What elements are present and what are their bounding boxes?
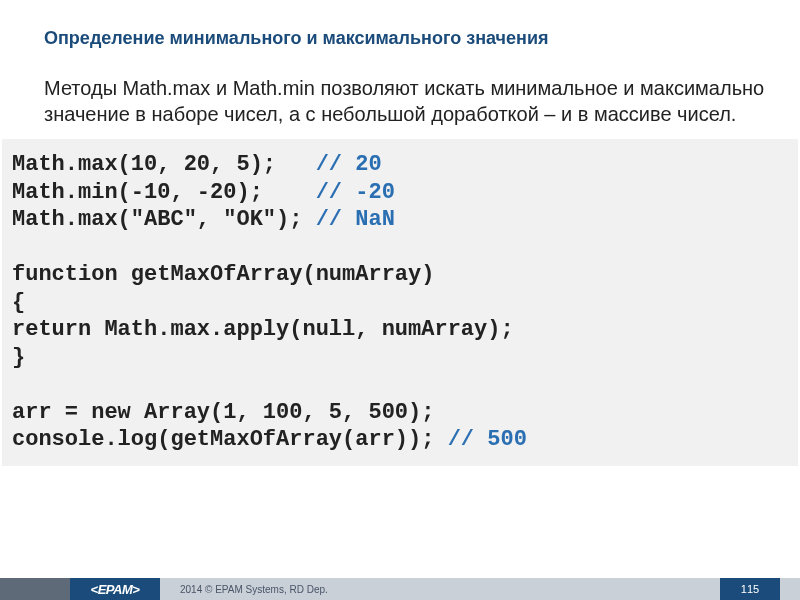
footer: <EPAM> 2014 © EPAM Systems, RD Dep. 115 [0,578,800,600]
slide-description: Методы Math.max и Math.min позволяют иск… [0,75,800,127]
code-line [12,371,788,399]
code-line: } [12,344,788,372]
code-comment: // 500 [448,427,527,452]
code-line: Math.max(10, 20, 5); // 20 [12,151,788,179]
code-comment: // -20 [316,180,395,205]
footer-accent [0,578,70,600]
footer-logo: <EPAM> [70,578,160,600]
code-line: console.log(getMaxOfArray(arr)); // 500 [12,426,788,454]
footer-page-number: 115 [720,578,780,600]
code-line: { [12,289,788,317]
footer-accent-right [780,578,800,600]
code-block: Math.max(10, 20, 5); // 20 Math.min(-10,… [2,139,798,466]
code-line [12,234,788,262]
footer-copyright: 2014 © EPAM Systems, RD Dep. [160,578,720,600]
code-line: Math.min(-10, -20); // -20 [12,179,788,207]
slide-title: Определение минимального и максимального… [0,28,800,49]
code-comment: // NaN [316,207,395,232]
code-line: Math.max("ABC", "OK"); // NaN [12,206,788,234]
code-line: function getMaxOfArray(numArray) [12,261,788,289]
code-line: arr = new Array(1, 100, 5, 500); [12,399,788,427]
code-comment: // 20 [316,152,382,177]
slide: Определение минимального и максимального… [0,0,800,600]
code-line: return Math.max.apply(null, numArray); [12,316,788,344]
